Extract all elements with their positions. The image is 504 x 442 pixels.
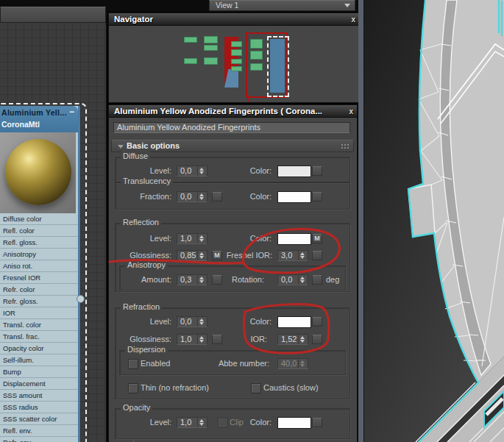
slot-refl-gloss[interactable]: Refl. gloss.	[0, 237, 78, 249]
diffuse-level-spinner[interactable]: 0,0	[177, 165, 207, 177]
nav-node[interactable]	[204, 36, 218, 43]
nav-node[interactable]	[204, 45, 218, 51]
diffuse-level-value[interactable]: 0,0	[177, 166, 197, 176]
slot-ior[interactable]: IOR	[0, 307, 78, 319]
material-name-field[interactable]: Aluminium Yellow Anodized Fingerprints	[113, 122, 350, 133]
spinner-arrows-icon[interactable]	[197, 275, 207, 285]
slot-displacement[interactable]: Displacement	[0, 378, 78, 390]
slot-anisotropy[interactable]: Anisotropy	[0, 249, 78, 260]
material-preview[interactable]	[0, 132, 76, 213]
rollout-arrow-icon[interactable]	[118, 145, 124, 149]
slot-refr-color[interactable]: Refr. color	[0, 284, 78, 296]
fraction-value[interactable]: 0,0	[177, 192, 197, 202]
rotation-spinner[interactable]: 0,0	[277, 274, 308, 285]
node-view-canvas[interactable]: Aluminium Yell... − CoronaMtl Diffuse co…	[0, 23, 106, 442]
nav-node[interactable]	[250, 63, 263, 71]
view-tab[interactable]: View 1	[209, 0, 355, 11]
caustics-checkbox[interactable]	[251, 383, 261, 393]
diffuse-color-map-button[interactable]	[312, 166, 322, 176]
chevron-down-icon[interactable]	[344, 4, 350, 7]
slot-transl-color[interactable]: Transl. color	[0, 319, 78, 331]
fraction-spinner[interactable]: 0,0	[177, 191, 207, 202]
rotation-value[interactable]: 0,0	[278, 275, 298, 285]
spinner-arrows-icon[interactable]	[298, 251, 308, 260]
rotation-map-button[interactable]	[312, 275, 322, 285]
reflection-gloss-spinner[interactable]: 0,85	[177, 250, 207, 261]
navigator-titlebar[interactable]: Navigator x	[109, 13, 359, 26]
dispersion-enabled-label[interactable]: Enabled	[141, 359, 170, 368]
reflection-level-spinner[interactable]: 1,0	[177, 233, 207, 244]
nav-node[interactable]	[250, 51, 263, 60]
close-icon[interactable]: x	[351, 14, 355, 26]
ior-map-button[interactable]	[312, 335, 322, 344]
grip-dots-icon[interactable]	[341, 143, 349, 150]
nav-node[interactable]	[231, 66, 242, 71]
slot-sss-scatter-color[interactable]: SSS scatter color	[0, 413, 78, 425]
nav-node[interactable]	[184, 37, 197, 43]
slot-aniso-rot[interactable]: Aniso rot.	[0, 260, 78, 272]
slot-opacity-color[interactable]: Opacity color	[0, 343, 78, 354]
viewport-3d[interactable]	[358, 0, 504, 442]
caustics-label[interactable]: Caustics (slow)	[263, 383, 319, 392]
nav-node[interactable]	[204, 57, 218, 65]
dispersion-enabled-checkbox[interactable]	[128, 359, 138, 369]
spinner-arrows-icon[interactable]	[298, 335, 308, 344]
amount-value[interactable]: 0,3	[177, 275, 197, 285]
fresnel-ior-value[interactable]: 3,0	[278, 251, 298, 260]
opacity-level-spinner[interactable]: 1,0	[177, 417, 207, 428]
amount-spinner[interactable]: 0,3	[177, 274, 207, 285]
slot-self-illum[interactable]: Self-illum.	[0, 354, 78, 366]
translucency-color-swatch[interactable]	[277, 191, 311, 203]
nav-node[interactable]	[250, 39, 263, 49]
slot-connector-knob[interactable]	[77, 295, 85, 303]
material-node[interactable]: Aluminium Yell... − CoronaMtl Diffuse co…	[0, 106, 80, 442]
slot-sss-amount[interactable]: SSS amount	[0, 390, 78, 402]
diffuse-color-swatch[interactable]	[277, 165, 311, 177]
refraction-color-swatch[interactable]	[277, 316, 311, 328]
opacity-level-value[interactable]: 1,0	[177, 418, 197, 427]
fraction-map-button[interactable]	[212, 192, 222, 202]
refraction-gloss-spinner[interactable]: 1,0	[177, 334, 207, 345]
refraction-color-map-button[interactable]	[312, 317, 322, 327]
slot-diffuse-color[interactable]: Diffuse color	[0, 213, 78, 225]
nav-node[interactable]	[231, 41, 242, 47]
slot-sss-radius[interactable]: SSS radius	[0, 402, 78, 413]
fresnel-ior-map-button[interactable]	[312, 251, 322, 260]
slot-refl-env[interactable]: Refl. env.	[0, 425, 78, 437]
slot-transl-frac[interactable]: Transl. frac.	[0, 331, 78, 343]
reflection-color-swatch[interactable]	[277, 233, 311, 245]
refraction-level-spinner[interactable]: 0,0	[177, 316, 207, 327]
ior-value[interactable]: 1,52	[278, 335, 298, 344]
close-icon[interactable]: x	[349, 106, 353, 118]
nav-node[interactable]	[184, 58, 197, 64]
reflection-level-value[interactable]: 1,0	[177, 234, 197, 243]
thin-label[interactable]: Thin (no refraction)	[141, 383, 209, 392]
spinner-arrows-icon[interactable]	[197, 335, 207, 344]
slot-bump[interactable]: Bump	[0, 366, 78, 378]
slot-fresnel-ior[interactable]: Fresnel IOR	[0, 272, 78, 284]
reflection-gloss-value[interactable]: 0,85	[177, 251, 197, 260]
slot-refl-color[interactable]: Refl. color	[0, 225, 78, 237]
spinner-arrows-icon[interactable]	[197, 192, 207, 202]
minimize-icon[interactable]: −	[69, 107, 74, 117]
ior-spinner[interactable]: 1,52	[277, 334, 308, 345]
spinner-arrows-icon[interactable]	[197, 251, 207, 260]
thin-checkbox[interactable]	[128, 383, 138, 393]
reflection-color-map-button[interactable]: M	[312, 234, 322, 243]
spinner-arrows-icon[interactable]	[197, 317, 207, 327]
refraction-gloss-value[interactable]: 1,0	[177, 335, 197, 344]
slot-refr-env[interactable]: Refr. env.	[0, 437, 78, 442]
fresnel-ior-spinner[interactable]: 3,0	[277, 250, 308, 261]
parameter-titlebar[interactable]: Aluminium Yellow Anodized Fingerprints (…	[109, 105, 357, 118]
slot-refr-gloss[interactable]: Refr. gloss.	[0, 296, 78, 307]
nav-node[interactable]	[231, 59, 242, 64]
nav-node[interactable]	[231, 49, 242, 56]
spinner-arrows-icon[interactable]	[197, 166, 207, 176]
opacity-color-swatch[interactable]	[277, 417, 311, 429]
material-node-header[interactable]: Aluminium Yell... − CoronaMtl	[0, 106, 78, 132]
translucency-color-map-button[interactable]	[312, 192, 322, 202]
spinner-arrows-icon[interactable]	[298, 275, 308, 285]
navigator-minimap[interactable]	[110, 26, 358, 101]
rollout-basic-options[interactable]: Basic options	[111, 140, 354, 152]
opacity-color-map-button[interactable]	[312, 418, 322, 427]
